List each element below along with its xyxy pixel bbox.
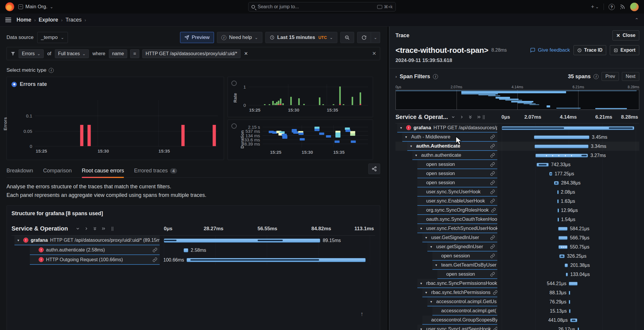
span-bar[interactable] — [557, 199, 559, 203]
chevron-icon[interactable] — [84, 226, 89, 231]
span-name-cell[interactable]: open session — [417, 178, 497, 187]
span-row[interactable]: accesscontrol.GroupScopesBy441.08μs — [395, 316, 639, 325]
filter-operator-chip[interactable]: = — [130, 49, 139, 58]
span-bar[interactable] — [569, 309, 571, 313]
span-bar[interactable] — [559, 254, 565, 258]
span-name-cell[interactable]: user.sync.SyncUserHook — [417, 187, 497, 197]
span-row[interactable]: open session284.38μs — [395, 178, 639, 187]
pane-resize-divider[interactable] — [387, 27, 389, 330]
span-row[interactable]: ▾team.GetTeamIDsByUser201.38μs — [395, 261, 639, 270]
span-bar[interactable] — [502, 126, 634, 130]
span-row[interactable]: oauth.sync.SyncOauthTokenHook1.54μs — [395, 215, 639, 224]
span-row[interactable]: ▾rbac.sync.fetchPermissions88.13μs — [395, 288, 639, 297]
span-row[interactable]: ▾Auth - Middleware3.45ms — [395, 133, 639, 142]
span-row[interactable]: open session177.25μs — [395, 169, 639, 178]
span-name-cell[interactable]: user.sync.EnableUserHook — [417, 197, 497, 206]
span-row[interactable]: ▾rbac.sync.SyncPermissionsHook544.21μs — [395, 279, 639, 288]
link-icon[interactable] — [490, 189, 495, 194]
span-name-cell[interactable]: oauth.sync.SyncOauthTokenHook — [417, 215, 497, 224]
double-chevron-icon[interactable] — [101, 226, 106, 231]
breadcrumb-home[interactable]: Home — [17, 17, 31, 23]
span-row[interactable]: ▾accesscontrol.acimpl.GetUs76.29μs — [395, 297, 639, 306]
caret-down-icon[interactable]: ▾ — [430, 300, 434, 304]
link-icon[interactable] — [490, 235, 495, 240]
filter-metric-dropdown[interactable]: Errors⌄ — [19, 49, 44, 58]
span-row[interactable]: open session133.04μs — [395, 270, 639, 279]
caret-down-icon[interactable]: ▾ — [435, 263, 439, 267]
chevron-icon[interactable] — [76, 226, 80, 231]
collapse-up-icon[interactable]: ⌃ — [635, 17, 639, 23]
span-bar[interactable] — [569, 291, 570, 295]
span-name-cell[interactable]: ▾!grafanaHTTP GET /api/datasources/proxy… — [14, 236, 160, 245]
trace-minimap[interactable]: 0μs2.07ms4.14ms6.21ms8.28ms — [395, 85, 639, 110]
span-row[interactable]: accesscontrol.acimpl.get(15.13μs — [395, 306, 639, 316]
tab-comparison[interactable]: Comparison — [43, 168, 72, 177]
caret-down-icon[interactable]: ▾ — [405, 135, 409, 139]
link-icon[interactable] — [490, 144, 495, 148]
span-bar[interactable] — [558, 218, 559, 221]
next-span-button[interactable]: Next — [622, 72, 639, 81]
span-row[interactable]: user.sync.SyncUserHook2.08μs — [395, 187, 639, 197]
span-name-cell[interactable]: !HTTP Outgoing Request (100.66ms) — [30, 255, 160, 265]
scroll-to-top-icon[interactable]: ↑ — [360, 311, 363, 317]
span-name-cell[interactable]: ▾user.sync.SyncLastSeenHook — [417, 325, 497, 330]
caret-down-icon[interactable]: ▾ — [420, 281, 424, 285]
span-row[interactable]: ▾user.sync.SyncLastSeenHook26.17μs — [395, 325, 639, 330]
breadcrumb-traces[interactable]: Traces — [66, 17, 81, 23]
duration-radio[interactable] — [231, 123, 237, 129]
tab-breakdown[interactable]: Breakdown — [6, 168, 33, 177]
caret-down-icon[interactable]: ▾ — [420, 226, 424, 231]
span-name-cell[interactable]: ▾accesscontrol.acimpl.GetUs — [427, 297, 497, 306]
span-bar[interactable] — [558, 236, 568, 240]
tab-errored-traces[interactable]: Errored traces4 — [134, 168, 177, 177]
span-row[interactable]: user.sync.EnableUserHook1.63μs — [395, 197, 639, 206]
span-name-cell[interactable]: accesscontrol.GroupScopesBy — [422, 316, 497, 325]
span-name-cell[interactable]: open session — [417, 169, 497, 178]
refresh-button[interactable] — [357, 32, 371, 43]
span-bar[interactable] — [558, 227, 568, 231]
span-name-cell[interactable]: open session — [417, 160, 497, 169]
span-name-cell[interactable]: org.sync.SyncOrgRolesHook — [417, 206, 497, 215]
span-bar[interactable] — [164, 238, 320, 243]
span-bar[interactable] — [569, 282, 578, 285]
link-icon[interactable] — [490, 180, 495, 185]
need-help-button[interactable]: i Need help ⌄ — [217, 32, 262, 43]
span-name-cell[interactable]: ▾!grafanaHTTP GET /api/datasources/pr — [397, 123, 497, 133]
span-name-cell[interactable]: ▾rbac.sync.fetchPermissions — [422, 288, 497, 297]
link-icon[interactable] — [153, 257, 157, 262]
caret-down-icon[interactable]: ▾ — [420, 327, 424, 330]
span-name-cell[interactable]: ▾user.getSignedInUser — [427, 242, 497, 251]
span-bar[interactable] — [535, 153, 588, 157]
link-icon[interactable] — [493, 327, 497, 330]
double-chevron-icon[interactable] — [477, 115, 481, 119]
span-row[interactable]: !authn.authenticate (2.58ms)2.58ms — [12, 245, 375, 255]
link-icon[interactable] — [490, 199, 495, 203]
filter-value-chip[interactable]: HTTP GET /api/datasources/proxy/uid/:uid… — [142, 49, 241, 58]
span-bar[interactable] — [557, 190, 559, 194]
link-icon[interactable] — [490, 171, 495, 176]
span-bar[interactable] — [570, 318, 577, 322]
span-name-cell[interactable]: open session — [437, 270, 497, 279]
filter-remove-icon[interactable]: ✕ — [243, 49, 249, 58]
column-resize-handle[interactable] — [483, 115, 485, 119]
export-button[interactable]: Export — [610, 45, 639, 55]
caret-down-icon[interactable]: ▾ — [415, 153, 419, 157]
span-row[interactable]: open session742.33μs — [395, 160, 639, 169]
span-row[interactable]: ▾!grafanaHTTP GET /api/datasources/proxy… — [12, 236, 375, 245]
span-bar[interactable] — [535, 144, 589, 148]
minimap-canvas[interactable] — [395, 90, 639, 110]
span-row[interactable]: open session326.25μs — [395, 251, 639, 261]
span-bar[interactable] — [184, 248, 188, 252]
news-rss-icon[interactable] — [620, 4, 625, 10]
span-row[interactable]: ▾user.getSignedInUser550.75μs — [395, 242, 639, 251]
span-bar[interactable] — [566, 272, 568, 276]
span-name-cell[interactable]: ▾team.GetTeamIDsByUser — [432, 261, 497, 270]
chevron-right-icon[interactable]: › — [395, 74, 397, 79]
span-bar[interactable] — [558, 245, 567, 249]
span-bar[interactable] — [534, 135, 589, 139]
span-row[interactable]: ▾authn.Authenticate3.34ms — [395, 142, 639, 151]
span-filters-label[interactable]: Span Filters — [400, 73, 430, 80]
link-icon[interactable] — [490, 162, 495, 167]
link-icon[interactable] — [491, 208, 496, 213]
span-row[interactable]: !HTTP Outgoing Request (100.66ms)100.66m… — [12, 255, 375, 265]
